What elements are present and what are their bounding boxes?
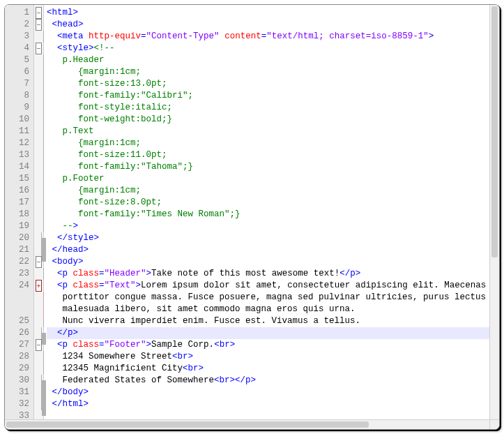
token-brkt: > bbox=[84, 387, 89, 397]
line-number: 26 bbox=[5, 327, 29, 339]
token-brkt: < bbox=[57, 31, 63, 41]
horizontal-scroll-thumb[interactable] bbox=[6, 421, 369, 428]
code-line[interactable]: Federated States of Somewhere<br></p> bbox=[47, 375, 489, 387]
code-line[interactable]: </html> bbox=[47, 398, 489, 410]
fold-guide bbox=[34, 363, 43, 375]
vertical-scroll-thumb[interactable] bbox=[491, 6, 498, 257]
token-aval: "Footer" bbox=[105, 340, 146, 350]
token-txt bbox=[47, 387, 52, 397]
token-css: font-family:"Calibri"; bbox=[47, 91, 193, 100]
code-line[interactable]: porttitor congue massa. Fusce posuere, m… bbox=[47, 292, 489, 304]
token-txt: 1234 Somewhere Street bbox=[47, 352, 172, 361]
code-line[interactable]: </p> bbox=[47, 327, 489, 339]
code-line[interactable]: font-family:"Times New Roman";} bbox=[47, 209, 489, 220]
code-line[interactable]: 1234 Somewhere Street<br> bbox=[47, 351, 489, 363]
token-brkt: > bbox=[136, 280, 142, 290]
line-number: 32 bbox=[5, 398, 29, 410]
token-brkt: > bbox=[251, 375, 257, 385]
code-line[interactable]: <meta http-equiv="Content-Type" content=… bbox=[47, 31, 489, 43]
token-tag: meta bbox=[63, 31, 89, 41]
line-number: 27 bbox=[5, 339, 29, 351]
fold-expand-icon[interactable] bbox=[36, 280, 42, 292]
line-number bbox=[5, 292, 29, 304]
horizontal-scrollbar[interactable] bbox=[5, 419, 489, 429]
token-tag: style bbox=[63, 43, 89, 53]
code-line[interactable]: font-family:"Calibri"; bbox=[47, 90, 489, 102]
line-number: 20 bbox=[5, 232, 29, 244]
fold-collapse-icon[interactable] bbox=[36, 7, 42, 19]
code-line[interactable]: --> bbox=[47, 220, 489, 232]
line-number: 21 bbox=[5, 244, 29, 256]
code-line[interactable]: {margin:1cm; bbox=[47, 137, 489, 149]
code-line[interactable]: {margin:1cm; bbox=[47, 185, 489, 197]
line-number: 19 bbox=[5, 220, 29, 232]
fold-collapse-icon[interactable] bbox=[36, 19, 42, 31]
token-tag: br bbox=[178, 352, 188, 361]
token-tag: body bbox=[57, 257, 78, 267]
token-tag: p bbox=[350, 269, 356, 278]
token-brkt: > bbox=[89, 43, 94, 53]
code-line[interactable]: <p class="Header">Take note of this most… bbox=[47, 268, 489, 280]
token-css: p.Text bbox=[47, 126, 94, 136]
code-line[interactable]: 12345 Magnificient City<br> bbox=[47, 363, 489, 375]
code-line[interactable]: p.Header bbox=[47, 54, 489, 66]
code-line[interactable]: malesuada libero, sit amet commodo magna… bbox=[47, 304, 489, 315]
line-number: 22 bbox=[5, 256, 29, 268]
code-line[interactable]: <body> bbox=[47, 256, 489, 268]
code-line[interactable]: </body> bbox=[47, 387, 489, 398]
fold-column[interactable] bbox=[34, 5, 44, 419]
token-aval: "Text" bbox=[105, 280, 136, 290]
code-line[interactable]: font-size:13.0pt; bbox=[47, 78, 489, 90]
token-brkt: > bbox=[84, 245, 89, 255]
token-brkt: > bbox=[146, 340, 152, 350]
token-commc: <!-- bbox=[94, 43, 115, 53]
token-txt bbox=[47, 20, 52, 29]
token-brkt: < bbox=[57, 269, 63, 278]
code-line[interactable]: <p class="Text">Lorem ipsum dolor sit am… bbox=[47, 280, 489, 292]
code-line[interactable]: font-weight:bold;} bbox=[47, 114, 489, 126]
token-brkt: < bbox=[172, 352, 178, 361]
token-brkt: = bbox=[99, 340, 105, 350]
code-line[interactable]: </head> bbox=[47, 244, 489, 256]
fold-collapse-icon[interactable] bbox=[36, 256, 42, 268]
token-tag: style bbox=[68, 233, 94, 243]
code-line[interactable]: font-size:8.0pt; bbox=[47, 197, 489, 209]
fold-guide bbox=[34, 31, 43, 43]
token-brkt: < bbox=[214, 340, 220, 350]
code-line[interactable]: font-style:italic; bbox=[47, 102, 489, 114]
token-txt bbox=[47, 257, 52, 267]
token-txt bbox=[47, 43, 57, 53]
code-line[interactable]: <style><!-- bbox=[47, 43, 489, 54]
token-tag: p bbox=[63, 280, 73, 290]
fold-guide bbox=[34, 315, 43, 327]
code-line[interactable]: Nunc viverra imperdiet enim. Fusce est. … bbox=[47, 315, 489, 327]
token-txt bbox=[47, 399, 52, 409]
fold-collapse-icon[interactable] bbox=[36, 43, 42, 54]
line-number: 25 bbox=[5, 315, 29, 327]
fold-collapse-icon[interactable] bbox=[36, 339, 42, 351]
token-brkt: > bbox=[356, 269, 361, 278]
fold-guide bbox=[34, 78, 43, 90]
code-line[interactable] bbox=[47, 410, 489, 419]
line-number: 18 bbox=[5, 209, 29, 220]
code-line[interactable]: <head> bbox=[47, 19, 489, 31]
token-css: {margin:1cm; bbox=[47, 186, 141, 195]
code-line[interactable]: font-family:"Tahoma";} bbox=[47, 161, 489, 173]
code-line[interactable]: font-size:11.0pt; bbox=[47, 149, 489, 161]
code-line[interactable]: p.Footer bbox=[47, 173, 489, 185]
editor-body[interactable]: 1234567891011121314151617181920212223242… bbox=[5, 5, 489, 419]
code-line[interactable]: <html> bbox=[47, 7, 489, 19]
code-line[interactable]: <p class="Footer">Sample Corp.<br> bbox=[47, 339, 489, 351]
line-number-gutter: 1234567891011121314151617181920212223242… bbox=[5, 5, 34, 419]
code-line[interactable]: {margin:1cm; bbox=[47, 66, 489, 78]
fold-guide bbox=[34, 126, 43, 137]
code-line[interactable]: </style> bbox=[47, 232, 489, 244]
code-area[interactable]: <html> <head> <meta http-equiv="Content-… bbox=[44, 5, 489, 419]
token-brkt: > bbox=[73, 328, 79, 338]
code-line[interactable]: p.Text bbox=[47, 126, 489, 137]
token-css: font-family:"Tahoma";} bbox=[47, 162, 193, 172]
fold-guide bbox=[34, 387, 43, 398]
vertical-scrollbar[interactable] bbox=[489, 5, 499, 419]
token-attr: class bbox=[73, 280, 100, 290]
line-number: 3 bbox=[5, 31, 29, 43]
